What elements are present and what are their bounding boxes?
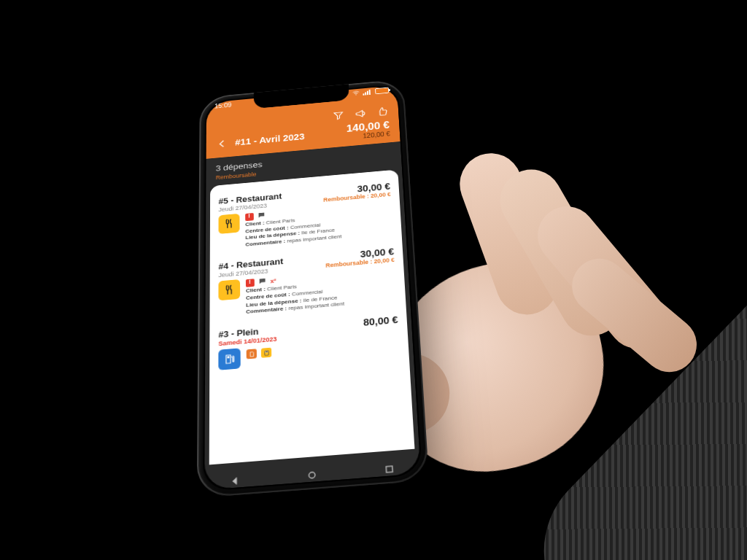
thumbs-up-icon[interactable] [376,106,389,117]
utensils-icon [219,214,240,234]
expense-amount: 80,00 € [363,314,398,328]
warning-icon [246,279,255,287]
filter-icon[interactable] [332,110,345,122]
svg-point-0 [356,95,357,96]
signal-icon [363,89,373,96]
phone-frame: 15:09 [197,79,430,498]
utensils-icon [218,279,240,300]
wifi-icon [352,89,360,96]
back-button[interactable] [216,138,228,149]
report-title: #11 - Avril 2023 [235,132,304,148]
warning-icon [245,213,254,221]
calculator-icon [261,348,271,358]
megaphone-icon[interactable] [354,108,367,120]
app-screen: #11 - Avril 2023 140,00 € 120,00 € 3 dép… [204,85,421,490]
svg-rect-3 [265,351,268,352]
fuel-icon [218,349,240,370]
document-icon [247,349,257,359]
comment-icon [258,277,267,287]
svg-rect-1 [227,357,229,359]
duplicate-icon: x² [270,278,276,285]
status-time: 15:09 [214,101,231,109]
comment-icon [258,211,266,221]
expense-list: #5 - Restaurant Jeudi 27/04/2023 30,00 €… [209,169,415,464]
